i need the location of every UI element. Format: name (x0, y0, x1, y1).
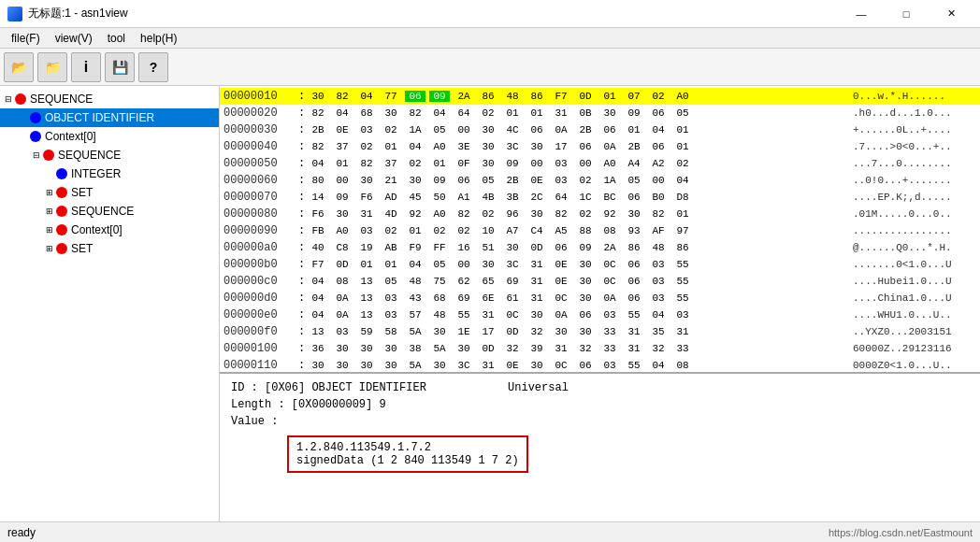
hex-byte: 30 (526, 309, 547, 321)
tree-item-integer[interactable]: INTEGER (0, 164, 219, 183)
minimize-button[interactable]: — (840, 0, 883, 28)
expander-set1[interactable]: ⊞ (43, 186, 56, 199)
tree-item-context0[interactable]: Context[0] (0, 127, 219, 146)
toolbar-info-button[interactable]: i (71, 52, 101, 82)
hex-byte: 6E (478, 292, 498, 304)
hex-byte: 0A (551, 124, 571, 136)
hex-byte: 0A (599, 141, 620, 152)
hex-byte: 06 (454, 175, 474, 186)
hex-byte: 5A (429, 343, 450, 354)
hex-byte: 69 (454, 292, 474, 304)
hex-byte: FF (429, 242, 450, 253)
hex-bytes: F630314D92A082029630820292308201 (308, 208, 845, 220)
hex-byte: 2B (575, 124, 596, 136)
hex-address: 00000060 (223, 174, 298, 187)
right-panel: 00000010 : 3082047706092A864886F70D01070… (220, 86, 980, 521)
tree-item-set2[interactable]: ⊞ SET (0, 239, 219, 258)
hex-ascii: ....EP.K;,d..... (845, 192, 976, 203)
menu-help[interactable]: help(H) (133, 30, 184, 47)
expander-seq-child[interactable]: ⊟ (30, 149, 43, 162)
hex-row[interactable]: 00000100 : 36303030385A300D3239313233313… (220, 340, 980, 357)
tree-item-seq2[interactable]: ⊞ SEQUENCE (0, 202, 219, 221)
hex-byte: 09 (575, 242, 596, 253)
hex-byte: 68 (356, 107, 377, 119)
hex-panel[interactable]: 00000010 : 3082047706092A864886F70D01070… (220, 86, 980, 372)
tree-item-object-identifier[interactable]: OBJECT IDENTIFIER (0, 108, 219, 127)
hex-byte: C8 (332, 242, 353, 253)
hex-byte: F7 (551, 91, 571, 102)
hex-colon: : (298, 107, 308, 120)
hex-byte: 06 (624, 259, 644, 270)
dot-set2 (56, 243, 67, 254)
hex-ascii: ................ (845, 225, 976, 236)
hex-row[interactable]: 000000a0 : 40C819ABF9FF1651300D06092A864… (220, 239, 980, 256)
hex-byte: 30 (356, 175, 377, 186)
hex-row[interactable]: 00000030 : 2B0E03021A0500304C060A2B06010… (220, 121, 980, 138)
toolbar-save-button[interactable]: 💾 (105, 52, 135, 82)
hex-byte: 2B (502, 175, 523, 186)
hex-byte: 32 (502, 343, 523, 354)
hex-ascii: ...7...0........ (845, 158, 976, 169)
hex-byte: 33 (599, 343, 620, 354)
hex-byte: 04 (308, 158, 328, 169)
hex-row[interactable]: 00000050 : 0401823702010F3009000300A0A4A… (220, 155, 980, 172)
hex-row[interactable]: 00000090 : FBA0030201020210A7C4A5880893A… (220, 222, 980, 239)
hex-byte: 55 (672, 259, 693, 270)
hex-row[interactable]: 000000d0 : 040A13034368696E61310C300A060… (220, 290, 980, 307)
info-id-type: Universal (508, 381, 569, 394)
hex-row[interactable]: 000000f0 : 130359585A301E170D32303033313… (220, 323, 980, 340)
hex-byte: 30 (478, 158, 498, 169)
hex-byte: 04 (308, 276, 328, 287)
hex-byte: 03 (672, 309, 693, 321)
hex-row[interactable]: 00000060 : 80003021300906052B0E03021A050… (220, 172, 980, 189)
menu-view[interactable]: view(V) (48, 30, 100, 47)
hex-byte: 0F (454, 158, 474, 169)
tree-item-set1[interactable]: ⊞ SET (0, 183, 219, 202)
hex-row[interactable]: 00000020 : 82046830820464020101310B30090… (220, 105, 980, 121)
toolbar-help-button[interactable]: ? (138, 52, 168, 82)
hex-byte: 06 (575, 141, 596, 152)
hex-row[interactable]: 00000110 : 303030305A303C310E300C0603550… (220, 357, 980, 372)
hex-byte: 5A (405, 360, 425, 371)
menu-tool[interactable]: tool (100, 30, 133, 47)
toolbar-folder-button[interactable]: 📁 (37, 52, 67, 82)
hex-byte: 30 (575, 259, 596, 270)
menu-file[interactable]: file(F) (4, 30, 48, 47)
hex-row[interactable]: 000000b0 : F70D0101040500303C310E300C060… (220, 256, 980, 273)
hex-byte: 30 (624, 208, 644, 220)
hex-byte: 2C (526, 192, 547, 203)
hex-byte: 48 (405, 276, 425, 287)
close-button[interactable]: ✕ (930, 0, 973, 28)
status-url: https://blog.csdn.net/Eastmount (829, 527, 973, 538)
hex-row[interactable]: 00000040 : 8237020104A03E303C3017060A2B0… (220, 138, 980, 155)
hex-byte: 86 (526, 91, 547, 102)
hex-row[interactable]: 00000070 : 1409F6AD4550A14B3B2C641CBC06B… (220, 189, 980, 206)
hex-row[interactable]: 000000c0 : 040813054875626569310E300C060… (220, 273, 980, 290)
hex-byte: 36 (308, 343, 328, 354)
tree-item-context0-2[interactable]: ⊞ Context[0] (0, 221, 219, 239)
hex-row[interactable]: 00000010 : 3082047706092A864886F70D01070… (220, 88, 980, 105)
expander-seq2[interactable]: ⊞ (43, 205, 56, 218)
hex-byte: 97 (672, 225, 693, 236)
hex-row[interactable]: 00000080 : F630314D92A082029630820292308… (220, 206, 980, 222)
hex-byte: 82 (332, 91, 353, 102)
expander-context0-2[interactable]: ⊞ (43, 223, 56, 236)
tree-panel: ⊟ SEQUENCE OBJECT IDENTIFIER Context[0] … (0, 86, 220, 521)
hex-bytes: 040A13034368696E61310C300A060355 (308, 292, 845, 304)
hex-byte: F9 (405, 242, 425, 253)
hex-byte: 04 (648, 360, 669, 371)
dot-context0-2 (56, 224, 67, 235)
label-context0: Context[0] (45, 130, 96, 143)
tree-item-sequence-root[interactable]: ⊟ SEQUENCE (0, 90, 219, 108)
hex-ascii: 0...w.*.H...... (845, 91, 976, 102)
toolbar-open-button[interactable]: 📂 (4, 52, 34, 82)
expander-sequence-root[interactable]: ⊟ (2, 93, 15, 106)
maximize-button[interactable]: □ (885, 0, 928, 28)
expander-context0 (17, 130, 30, 143)
hex-byte: 06 (648, 107, 669, 119)
hex-byte: 0E (332, 124, 353, 136)
hex-row[interactable]: 000000e0 : 040A1303574855310C300A0603550… (220, 307, 980, 323)
expander-set2[interactable]: ⊞ (43, 242, 56, 255)
hex-address: 00000100 (223, 342, 298, 355)
tree-item-sequence-child[interactable]: ⊟ SEQUENCE (0, 146, 219, 164)
